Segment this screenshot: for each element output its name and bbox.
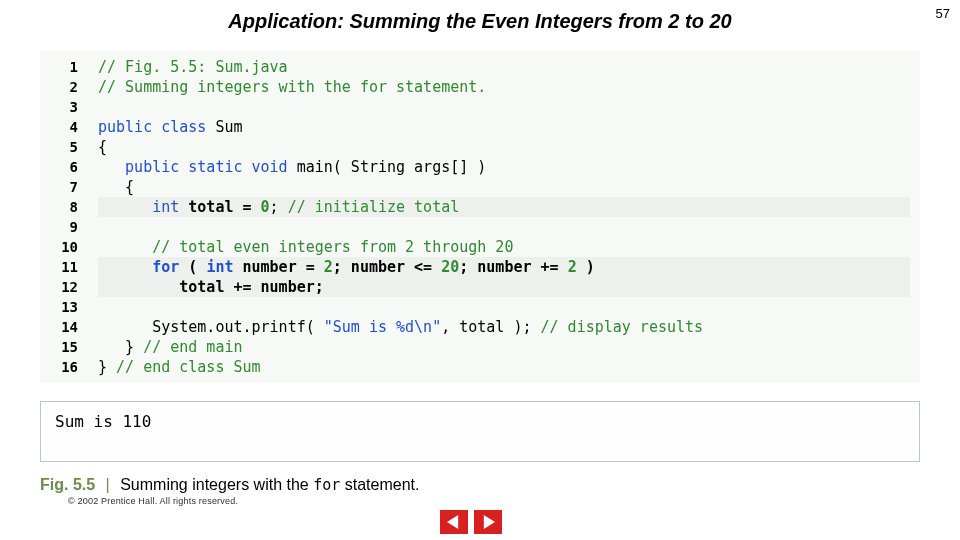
program-output: Sum is 110 — [40, 401, 920, 462]
code-content: total += number; — [98, 277, 910, 297]
code-content — [98, 97, 910, 117]
code-line: 5{ — [50, 137, 910, 157]
line-number: 3 — [50, 97, 98, 117]
code-line: 4public class Sum — [50, 117, 910, 137]
figure-caption: Fig. 5.5 | Summing integers with the for… — [40, 476, 920, 494]
code-content: int total = 0; // initialize total — [98, 197, 910, 217]
figure-separator: | — [100, 476, 116, 493]
code-content: { — [98, 177, 910, 197]
code-content — [98, 297, 910, 317]
line-number: 11 — [50, 257, 98, 277]
line-number: 10 — [50, 237, 98, 257]
code-content — [98, 217, 910, 237]
figure-text-pre: Summing integers with the — [120, 476, 313, 493]
line-number: 5 — [50, 137, 98, 157]
copyright-notice: © 2002 Prentice Hall. All rights reserve… — [68, 496, 960, 506]
code-line: 3 — [50, 97, 910, 117]
line-number: 9 — [50, 217, 98, 237]
svg-marker-1 — [484, 515, 495, 529]
code-content: public static void main( String args[] ) — [98, 157, 910, 177]
code-content: { — [98, 137, 910, 157]
line-number: 14 — [50, 317, 98, 337]
line-number: 1 — [50, 57, 98, 77]
line-number: 8 — [50, 197, 98, 217]
line-number: 2 — [50, 77, 98, 97]
code-line: 13 — [50, 297, 910, 317]
figure-mono: for — [313, 476, 340, 494]
next-slide-button[interactable] — [474, 510, 502, 534]
line-number: 13 — [50, 297, 98, 317]
figure-text-post: statement. — [340, 476, 419, 493]
code-line: 12 total += number; — [50, 277, 910, 297]
code-line: 6 public static void main( String args[]… — [50, 157, 910, 177]
code-content: public class Sum — [98, 117, 910, 137]
code-line: 10 // total even integers from 2 through… — [50, 237, 910, 257]
code-content: // total even integers from 2 through 20 — [98, 237, 910, 257]
code-line: 9 — [50, 217, 910, 237]
code-line: 14 System.out.printf( "Sum is %d\n", tot… — [50, 317, 910, 337]
line-number: 4 — [50, 117, 98, 137]
code-content: System.out.printf( "Sum is %d\n", total … — [98, 317, 910, 337]
line-number: 7 — [50, 177, 98, 197]
line-number: 15 — [50, 337, 98, 357]
code-line: 2// Summing integers with the for statem… — [50, 77, 910, 97]
code-line: 16} // end class Sum — [50, 357, 910, 377]
line-number: 6 — [50, 157, 98, 177]
page-number: 57 — [936, 6, 950, 21]
line-number: 16 — [50, 357, 98, 377]
code-content: } // end main — [98, 337, 910, 357]
code-line: 15 } // end main — [50, 337, 910, 357]
figure-number: Fig. 5.5 — [40, 476, 95, 493]
code-line: 7 { — [50, 177, 910, 197]
svg-marker-0 — [447, 515, 458, 529]
page-title: Application: Summing the Even Integers f… — [0, 10, 960, 33]
code-listing: 1// Fig. 5.5: Sum.java2// Summing intege… — [40, 51, 920, 383]
code-content: // Fig. 5.5: Sum.java — [98, 57, 910, 77]
nav-controls — [440, 510, 502, 534]
code-content: } // end class Sum — [98, 357, 910, 377]
line-number: 12 — [50, 277, 98, 297]
code-content: for ( int number = 2; number <= 20; numb… — [98, 257, 910, 277]
code-line: 8 int total = 0; // initialize total — [50, 197, 910, 217]
code-content: // Summing integers with the for stateme… — [98, 77, 910, 97]
code-line: 1// Fig. 5.5: Sum.java — [50, 57, 910, 77]
code-line: 11 for ( int number = 2; number <= 20; n… — [50, 257, 910, 277]
prev-slide-button[interactable] — [440, 510, 468, 534]
